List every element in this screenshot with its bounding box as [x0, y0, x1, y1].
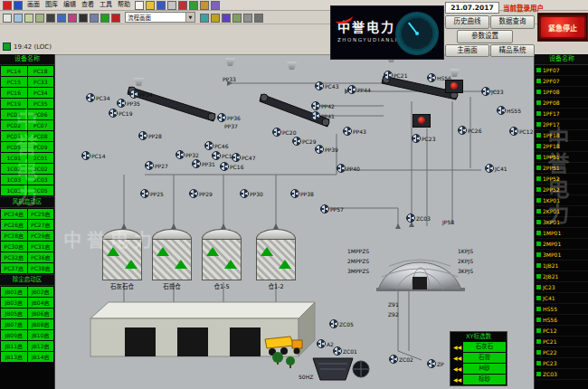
equipment-tag[interactable]: PP33 — [223, 76, 236, 82]
equipment-tag[interactable]: PC14 — [81, 151, 105, 160]
equipment-tag[interactable]: PC43 — [315, 81, 338, 90]
equipment-tag[interactable]: PP41 — [311, 111, 335, 120]
emergency-stop-button[interactable]: 紧急停止 — [539, 15, 586, 39]
dust-collector-cell[interactable]: JB03启 — [1, 298, 27, 308]
equipment-tag[interactable]: PP39 — [315, 145, 338, 154]
equipment-status-cell[interactable]: PC02 — [1, 120, 27, 130]
material-selector-row[interactable]: ◀◀ 石灰石 — [451, 342, 506, 352]
equipment-status-cell[interactable]: PC14 — [1, 66, 27, 76]
dust-collector-cell[interactable]: JB04启 — [28, 298, 54, 308]
equipment-list-row[interactable]: 1PF18 — [535, 130, 588, 141]
toolbar-icon[interactable] — [24, 14, 33, 23]
equipment-tag[interactable]: ZC05 — [329, 319, 354, 328]
equipment-tag[interactable]: ZP — [427, 359, 444, 368]
equipment-tag[interactable]: ZC03 — [406, 213, 431, 223]
equipment-tag[interactable]: PC34 — [86, 93, 109, 102]
equipment-status-cell[interactable]: PC18 — [28, 66, 54, 76]
main-screen-button[interactable]: 主画面 — [445, 44, 489, 57]
screen-select-combo[interactable]: 流程画面 ▼ — [125, 12, 195, 23]
equipment-tag[interactable]: PC16 — [220, 162, 243, 171]
equipment-tag[interactable]: PP31 — [192, 159, 215, 168]
equipment-tag[interactable]: PP34 — [129, 90, 153, 99]
equipment-tag[interactable]: ZC02 — [389, 355, 413, 364]
fan-start-cell[interactable]: PC38启 — [28, 263, 54, 273]
equipment-list-row[interactable]: 2PF08 — [535, 98, 588, 109]
equipment-list-row[interactable]: PC21 — [535, 337, 588, 347]
equipment-list-row[interactable]: 2PF07 — [535, 76, 588, 87]
equipment-status-cell[interactable]: 1C05 — [1, 185, 27, 195]
fan-start-cell[interactable]: PC36启 — [28, 252, 54, 262]
equipment-list-row[interactable]: 1PP51 — [535, 152, 588, 163]
equipment-list-row[interactable]: PC23 — [535, 358, 588, 369]
toolbar-icon[interactable] — [222, 14, 231, 23]
equipment-status-cell[interactable]: PC34 — [28, 88, 54, 98]
chevron-down-icon[interactable]: ▼ — [185, 13, 194, 22]
toolbar-icon[interactable] — [57, 14, 66, 23]
equipment-list-row[interactable]: 2PP51 — [535, 163, 588, 174]
equipment-tag[interactable]: PP32 — [175, 150, 199, 159]
toolbar-icon[interactable] — [100, 14, 109, 23]
toolbar-icon[interactable] — [254, 14, 263, 23]
equipment-list-row[interactable]: JC23 — [535, 282, 588, 293]
equipment-list-row[interactable]: 1PF07 — [535, 65, 588, 76]
fan-start-cell[interactable]: PC27启 — [28, 220, 54, 230]
toolbar-icon[interactable] — [111, 14, 120, 23]
equipment-tag[interactable]: PP38 — [290, 189, 314, 198]
equipment-status-cell[interactable]: PC09 — [28, 142, 54, 152]
menubar-icon[interactable] — [146, 1, 155, 10]
equipment-list-row[interactable]: 1KP01 — [535, 195, 588, 206]
equipment-tag[interactable]: PP43 — [343, 127, 366, 136]
equipment-list-row[interactable]: 2JB21 — [535, 271, 588, 282]
equipment-tag[interactable]: PP40 — [337, 164, 360, 173]
fan-start-cell[interactable]: PC26启 — [1, 220, 27, 230]
equipment-tag[interactable]: PC29 — [292, 137, 316, 146]
equipment-status-cell[interactable]: 1C02 — [1, 164, 27, 174]
equipment-status-cell[interactable]: PC33 — [28, 77, 54, 87]
equipment-tag[interactable]: HS55 — [497, 106, 521, 115]
equipment-tag[interactable]: PP37 — [224, 123, 238, 129]
material-selector-row[interactable]: ◀◀ M砂 — [451, 364, 506, 374]
fan-start-cell[interactable]: PC29启 — [28, 231, 54, 241]
equipment-status-cell[interactable]: PC01 — [1, 109, 27, 119]
toolbar-icon[interactable] — [3, 14, 12, 23]
equipment-tag[interactable]: ZC01 — [333, 346, 357, 356]
menubar-icon[interactable] — [178, 1, 187, 10]
equipment-tag[interactable]: PP35 — [117, 99, 140, 108]
equipment-status-cell[interactable]: 2C05 — [28, 185, 54, 195]
equipment-tag[interactable]: PC21 — [384, 71, 407, 80]
equipment-status-cell[interactable]: 2C03 — [28, 175, 54, 185]
dome-discharge-label[interactable]: 1KPJS — [458, 248, 473, 254]
equipment-tag[interactable]: JC41 — [485, 164, 507, 173]
parameter-settings-button[interactable]: 参数设置 — [457, 30, 513, 43]
equipment-tag[interactable]: PC23 — [412, 134, 435, 143]
menubar-icon[interactable] — [189, 1, 198, 10]
dust-collector-cell[interactable]: JB11启 — [1, 341, 27, 351]
equipment-tag[interactable]: PP57 — [320, 204, 344, 213]
equipment-tag[interactable]: 50HZ — [299, 374, 313, 380]
equipment-tag[interactable]: PC26 — [458, 126, 481, 135]
equipment-tag[interactable]: PC12 — [509, 127, 533, 136]
equipment-list-row[interactable]: 2KP01 — [535, 206, 588, 217]
dome-feed-label[interactable]: 3MPPZS — [347, 268, 369, 274]
equipment-tag[interactable]: Z91 — [388, 301, 399, 308]
toolbar-icon[interactable] — [14, 14, 23, 23]
equipment-list-row[interactable]: HS56 — [535, 315, 588, 326]
history-curve-button[interactable]: 历史曲线 — [445, 15, 489, 29]
fan-start-cell[interactable]: PC25启 — [28, 209, 54, 219]
toolbar-icon[interactable] — [79, 14, 88, 23]
equipment-list-row[interactable]: 3MP01 — [535, 250, 588, 261]
equipment-tag[interactable]: HS56 — [427, 73, 451, 82]
dust-collector-cell[interactable]: JB05启 — [1, 308, 27, 318]
dust-collector-cell[interactable]: JB14启 — [28, 352, 54, 362]
equipment-tag[interactable]: PC20 — [272, 128, 296, 137]
equipment-list-row[interactable]: JC41 — [535, 293, 588, 304]
equipment-list-row[interactable]: PC22 — [535, 347, 588, 358]
equipment-list-row[interactable]: 1MP01 — [535, 228, 588, 239]
equipment-tag[interactable]: Z92 — [388, 311, 399, 318]
dome-feed-label[interactable]: 1MPPZS — [347, 248, 369, 254]
dust-collector-cell[interactable]: JB12启 — [28, 341, 54, 351]
toolbar-icon[interactable] — [243, 14, 252, 23]
equipment-status-cell[interactable]: 2C01 — [28, 153, 54, 163]
equipment-status-cell[interactable]: 2C02 — [28, 164, 54, 174]
dome-discharge-label[interactable]: 2KPJS — [458, 258, 473, 264]
